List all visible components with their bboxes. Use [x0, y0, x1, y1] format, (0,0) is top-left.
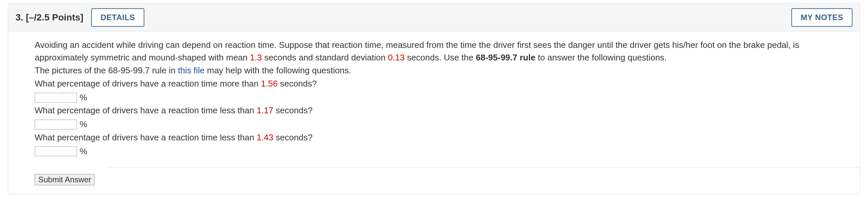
percent-label-3: % [80, 145, 87, 158]
q2-value: 1.17 [257, 105, 274, 115]
submit-answer-button[interactable]: Submit Answer [35, 174, 95, 185]
question-card: 3. [–/2.5 Points] DETAILS MY NOTES Avoid… [8, 3, 860, 194]
intro-mid1: seconds and standard deviation [262, 53, 388, 62]
question-body: Avoiding an accident while driving can d… [8, 32, 860, 194]
question-number: 3. [–/2.5 Points] [16, 12, 83, 23]
submit-bar: Submit Answer [35, 167, 833, 186]
q3-pre: What percentage of drivers have a reacti… [35, 132, 257, 142]
q2-post: seconds? [274, 105, 313, 115]
intro-post: to answer the following questions. [535, 53, 666, 62]
answer-row-1: % [35, 91, 833, 104]
my-notes-button[interactable]: MY NOTES [792, 8, 852, 27]
answer-input-2[interactable] [35, 120, 77, 129]
q3-post: seconds? [274, 132, 313, 142]
question-number-value: 3. [16, 12, 23, 23]
q3-value: 1.43 [257, 132, 274, 142]
question-1: What percentage of drivers have a reacti… [35, 78, 833, 90]
header-left: 3. [–/2.5 Points] DETAILS [16, 8, 144, 27]
answer-row-2: % [35, 118, 833, 131]
question-2: What percentage of drivers have a reacti… [35, 104, 833, 117]
file-hint-line: The pictures of the 68-95-99.7 rule in t… [35, 64, 833, 77]
question-points: [–/2.5 Points] [26, 12, 83, 23]
answer-input-1[interactable] [35, 93, 77, 103]
intro-mid2: seconds. Use the [405, 53, 476, 62]
file-line-pre: The pictures of the 68-95-99.7 rule in [35, 65, 178, 75]
q1-post: seconds? [278, 79, 317, 89]
rule-bold: 68-95-99.7 rule [476, 53, 535, 62]
percent-label-1: % [80, 91, 87, 104]
hint-file-link[interactable]: this file [178, 65, 205, 75]
q1-pre: What percentage of drivers have a reacti… [35, 79, 261, 89]
details-button[interactable]: DETAILS [91, 8, 144, 27]
question-header: 3. [–/2.5 Points] DETAILS MY NOTES [8, 4, 860, 32]
q1-value: 1.56 [261, 79, 278, 89]
answer-row-3: % [35, 145, 833, 158]
answer-input-3[interactable] [35, 146, 77, 156]
q2-pre: What percentage of drivers have a reacti… [35, 105, 257, 115]
file-line-post: may help with the following questions. [205, 65, 351, 75]
sd-value: 0.13 [388, 53, 405, 62]
intro-text: Avoiding an accident while driving can d… [35, 39, 833, 64]
question-3: What percentage of drivers have a reacti… [35, 131, 833, 144]
mean-value: 1.3 [250, 53, 262, 62]
percent-label-2: % [80, 118, 87, 131]
